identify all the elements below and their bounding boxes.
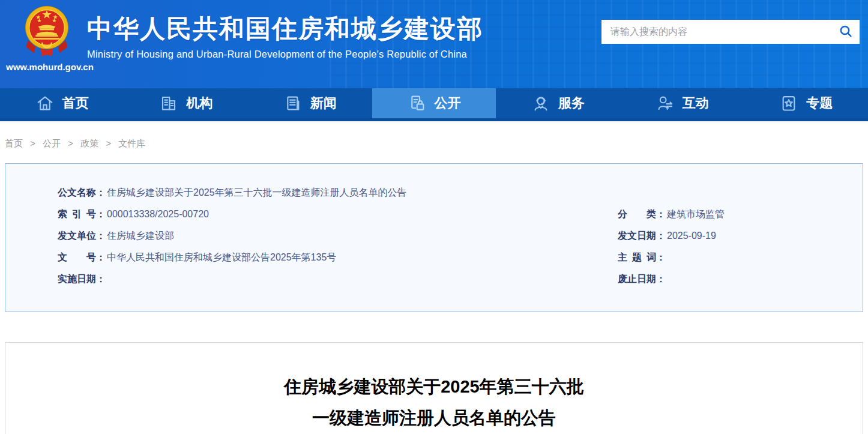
document-title-line2: 一级建造师注册人员名单的公告 [5, 402, 863, 433]
site-header: www.mohurd.gov.cn 中华人民共和国住房和城乡建设部 Minist… [0, 0, 868, 88]
search-box [601, 20, 860, 44]
nav-item-disclosure[interactable]: 公开 [372, 88, 496, 118]
meta-label: 文 号： [58, 252, 106, 264]
meta-label: 分 类： [618, 208, 666, 221]
meta-field-index-no: 索 引 号： 000013338/2025-00720 [5, 203, 618, 225]
topics-icon [779, 94, 798, 113]
site-url: www.mohurd.gov.cn [6, 62, 89, 72]
meta-value: 住房城乡建设部 [107, 230, 174, 243]
news-icon [283, 94, 303, 113]
meta-empty-cell [618, 182, 863, 203]
search-input[interactable] [601, 20, 832, 44]
nav-item-topics[interactable]: 专题 [744, 88, 868, 118]
interaction-icon [656, 94, 675, 113]
disclosure-icon [408, 94, 427, 113]
breadcrumb-separator: > [106, 138, 111, 148]
meta-value: 建筑市场监管 [667, 208, 725, 221]
nav-item-label: 专题 [806, 94, 833, 112]
breadcrumb-item-policy[interactable]: 政策 [80, 138, 98, 148]
nav-item-interaction[interactable]: 互动 [620, 88, 744, 118]
breadcrumb-separator: > [30, 138, 35, 148]
meta-field-repeal-date: 废止日期： [618, 268, 863, 290]
meta-label: 实施日期： [58, 273, 106, 286]
meta-label: 废止日期： [618, 273, 666, 286]
document-meta-panel: 公文名称： 住房城乡建设部关于2025年第三十六批一级建造师注册人员名单的公告 … [5, 163, 863, 312]
meta-field-implement-date: 实施日期： [5, 268, 618, 290]
nav-item-label: 公开 [435, 94, 461, 112]
main-nav: 首页 机构 新闻 [0, 88, 868, 121]
nav-item-label: 首页 [62, 94, 89, 112]
national-emblem-logo[interactable] [23, 4, 71, 60]
document-content-panel: 住房城乡建设部关于2025年第三十六批 一级建造师注册人员名单的公告 [5, 342, 863, 434]
breadcrumb-item-disclosure[interactable]: 公开 [43, 138, 61, 148]
meta-label: 索 引 号： [58, 208, 106, 221]
meta-label: 公文名称： [58, 187, 106, 199]
document-title-line1: 住房城乡建设部关于2025年第三十六批 [5, 371, 863, 402]
meta-field-issuing-unit: 发文单位： 住房城乡建设部 [5, 225, 618, 247]
breadcrumb-separator: > [68, 138, 73, 148]
meta-label: 发文单位： [58, 230, 106, 243]
meta-value: 住房城乡建设部关于2025年第三十六批一级建造师注册人员名单的公告 [107, 187, 407, 199]
breadcrumb: 首页 > 公开 > 政策 > 文件库 [5, 121, 863, 163]
nav-item-organization[interactable]: 机构 [124, 88, 249, 118]
site-title-block: 中华人民共和国住房和城乡建设部 Ministry of Housing and … [87, 14, 483, 60]
meta-field-doc-number: 文 号： 中华人民共和国住房和城乡建设部公告2025年第135号 [5, 247, 618, 268]
search-icon [839, 24, 853, 40]
document-title: 住房城乡建设部关于2025年第三十六批 一级建造师注册人员名单的公告 [5, 371, 863, 433]
nav-item-label: 服务 [558, 94, 585, 112]
meta-label: 主 题 词： [618, 252, 666, 264]
nav-item-news[interactable]: 新闻 [248, 88, 372, 118]
nav-item-label: 机构 [186, 94, 212, 112]
breadcrumb-item-library[interactable]: 文件库 [118, 138, 145, 148]
nav-item-label: 互动 [683, 94, 709, 112]
services-icon [531, 94, 550, 113]
meta-value: 000013338/2025-00720 [107, 209, 209, 220]
meta-label: 发文日期： [618, 230, 666, 243]
page: www.mohurd.gov.cn 中华人民共和国住房和城乡建设部 Minist… [0, 0, 868, 434]
home-icon [35, 94, 55, 113]
site-subtitle-en: Ministry of Housing and Urban-Rural Deve… [87, 49, 483, 60]
search-button[interactable] [832, 20, 860, 44]
nav-item-home[interactable]: 首页 [0, 88, 124, 118]
meta-value: 2025-09-19 [667, 231, 716, 241]
national-emblem-icon [23, 4, 71, 60]
meta-value: 中华人民共和国住房和城乡建设部公告2025年第135号 [107, 252, 336, 264]
site-title: 中华人民共和国住房和城乡建设部 [87, 14, 483, 43]
meta-field-category: 分 类： 建筑市场监管 [618, 203, 863, 225]
breadcrumb-item-home[interactable]: 首页 [5, 138, 23, 148]
nav-item-label: 新闻 [310, 94, 337, 112]
meta-field-issue-date: 发文日期： 2025-09-19 [618, 225, 863, 247]
meta-field-doc-name: 公文名称： 住房城乡建设部关于2025年第三十六批一级建造师注册人员名单的公告 [5, 182, 618, 203]
organization-icon [159, 94, 178, 113]
nav-item-services[interactable]: 服务 [496, 88, 620, 118]
meta-field-subject-words: 主 题 词： [618, 247, 863, 268]
